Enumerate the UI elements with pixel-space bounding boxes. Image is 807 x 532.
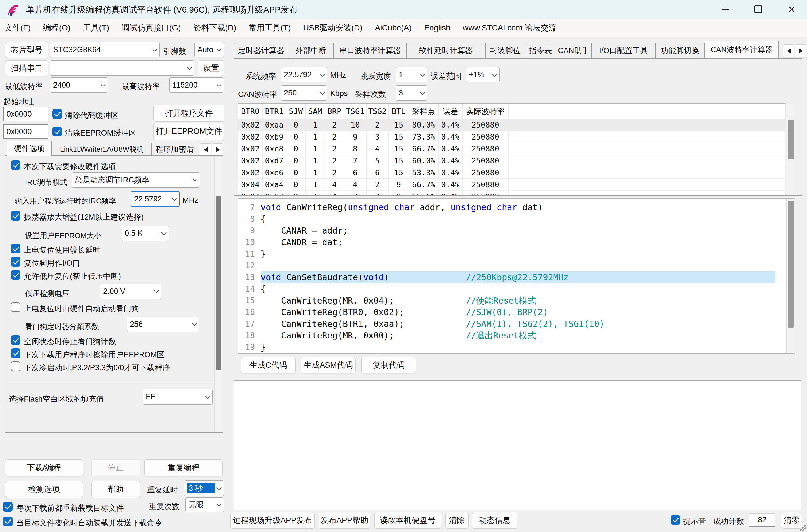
autoload-send-checkbox[interactable] bbox=[3, 517, 13, 526]
serial-port-select[interactable] bbox=[50, 60, 194, 76]
code-address-input[interactable]: 0x0000 bbox=[3, 107, 48, 121]
table-row[interactable]: 0x020xc8012841566.7%0.4%250880 bbox=[238, 143, 786, 155]
column-header[interactable]: TSG2 bbox=[366, 104, 388, 119]
chip-model-button[interactable]: 芯片型号 bbox=[5, 42, 48, 58]
table-row[interactable]: 0x040xb301433955.6%0.4%250880 bbox=[238, 191, 786, 195]
code-scrollbar[interactable] bbox=[786, 198, 795, 353]
column-header[interactable]: SJW bbox=[286, 104, 306, 119]
sjw-select[interactable]: 1 bbox=[396, 67, 427, 82]
check-options-button[interactable]: 检测选项 bbox=[5, 481, 83, 498]
tab-instruction-table[interactable]: 指令表 bbox=[525, 43, 556, 58]
beep-checkbox[interactable] bbox=[671, 515, 680, 525]
tab-package-pinout[interactable]: 封装脚位 bbox=[485, 43, 525, 58]
min-baud-select[interactable]: 2400 bbox=[50, 77, 108, 93]
tab-io-config-tool[interactable]: I/O口配置工具 bbox=[592, 43, 655, 58]
menu-file[interactable]: 文件(F) bbox=[4, 22, 31, 33]
osc-gain-checkbox[interactable] bbox=[11, 211, 20, 221]
chip-model-select[interactable]: STC32G8K64 bbox=[50, 42, 160, 57]
tab-hardware-options[interactable]: 硬件选项 bbox=[7, 141, 52, 156]
generate-c-code-button[interactable]: 生成C代码 bbox=[241, 357, 295, 374]
max-baud-select[interactable]: 115200 bbox=[169, 77, 224, 93]
clear-log-button[interactable]: 清除 bbox=[445, 512, 468, 529]
tab-can-assistant[interactable]: CAN助手 bbox=[556, 43, 592, 58]
scan-serial-button[interactable]: 扫描串口 bbox=[5, 60, 48, 76]
tab-scroll-left-button[interactable] bbox=[200, 143, 211, 156]
wdt-auto-start-checkbox[interactable] bbox=[11, 302, 20, 312]
clear-code-buffer-checkbox[interactable] bbox=[52, 109, 62, 119]
table-scrollbar[interactable] bbox=[786, 104, 795, 195]
lvr-checkbox[interactable] bbox=[11, 270, 20, 280]
menu-english[interactable]: English bbox=[424, 23, 450, 32]
resize-grip[interactable] bbox=[799, 524, 806, 531]
pin-count-select[interactable]: Auto bbox=[194, 42, 224, 57]
tab-can-baud-calculator[interactable]: CAN波特率计算器 bbox=[705, 41, 779, 58]
maximize-button[interactable] bbox=[749, 0, 767, 18]
column-header[interactable]: 采样点 bbox=[409, 104, 439, 119]
tab-program-encrypt[interactable]: 程序加密后 bbox=[152, 142, 199, 156]
table-row[interactable]: 0x020xb9012931573.3%0.4%250880 bbox=[238, 131, 786, 143]
sys-freq-input[interactable]: 22.5792 bbox=[281, 67, 327, 82]
code-viewer[interactable]: 67void CanWriteReg(unsigned char addr, u… bbox=[238, 198, 795, 354]
wdt-idle-stop-checkbox[interactable] bbox=[11, 335, 20, 345]
menu-aicube[interactable]: AiCube(A) bbox=[375, 23, 412, 32]
menu-debug-interface[interactable]: 调试仿真接口(G) bbox=[122, 22, 181, 33]
modify-hw-options-checkbox[interactable] bbox=[11, 160, 20, 170]
copy-code-button[interactable]: 复制代码 bbox=[362, 357, 416, 374]
reset-as-io-checkbox[interactable] bbox=[11, 257, 20, 267]
irc-freq-input[interactable]: 22.5792 bbox=[131, 191, 179, 207]
open-eeprom-file-button[interactable]: 打开EEPROM文件 bbox=[153, 123, 225, 140]
column-header[interactable]: SAM bbox=[306, 104, 325, 119]
table-row[interactable]: 0x020xe6012661553.3%0.4%250880 bbox=[238, 167, 786, 179]
minimize-button[interactable] bbox=[716, 0, 734, 18]
repeat-delay-select[interactable]: 3 秒 bbox=[184, 480, 224, 496]
table-row[interactable]: 0x040xa401442966.7%0.4%250880 bbox=[238, 179, 786, 191]
hardware-options-scrollbar[interactable] bbox=[214, 157, 222, 431]
column-header[interactable]: 误差 bbox=[439, 104, 462, 119]
por-delay-checkbox[interactable] bbox=[11, 244, 20, 253]
reload-target-checkbox[interactable] bbox=[3, 502, 13, 512]
tab-function-pin-switch[interactable]: 功能脚切换 bbox=[655, 43, 705, 58]
column-header[interactable]: BRP bbox=[325, 104, 344, 119]
flash-fill-select[interactable]: FF bbox=[143, 389, 213, 405]
wdt-divider-select[interactable]: 256 bbox=[127, 317, 199, 332]
menu-forum-link[interactable]: www.STCAI.com 论坛交流 bbox=[463, 22, 557, 33]
menu-usb-driver[interactable]: USB驱动安装(D) bbox=[303, 22, 362, 33]
clear-eeprom-buffer-checkbox[interactable] bbox=[52, 127, 62, 136]
menu-common-tools[interactable]: 常用工具(T) bbox=[249, 22, 291, 33]
column-header[interactable]: 实际波特率 bbox=[462, 104, 508, 119]
download-program-button[interactable]: 下载/编程 bbox=[5, 459, 83, 476]
dynamic-info-button[interactable]: 动态信息 bbox=[472, 512, 517, 529]
tab-uart-baud-calculator[interactable]: 串口波特率计算器 bbox=[333, 43, 406, 58]
erase-eeprom-next-checkbox[interactable] bbox=[11, 348, 20, 358]
remote-upgrade-publish-button[interactable]: 远程现场升级APP发布 bbox=[230, 512, 314, 529]
generate-asm-code-button[interactable]: 生成ASM代码 bbox=[301, 357, 356, 374]
open-program-file-button[interactable]: 打开程序文件 bbox=[153, 104, 225, 121]
error-range-select[interactable]: ±1% bbox=[466, 67, 500, 82]
can-baud-result-table[interactable]: BTR0BTR1SJWSAMBRPTSG1TSG2BTL采样点误差实际波特率0x… bbox=[238, 103, 786, 195]
menu-downloads[interactable]: 资料下载(D) bbox=[193, 22, 236, 33]
repeat-program-button[interactable]: 重复编程 bbox=[145, 459, 223, 476]
read-disk-id-button[interactable]: 读取本机硬盘号 bbox=[374, 512, 441, 529]
p32-p33-download-checkbox[interactable] bbox=[11, 361, 20, 371]
table-row[interactable]: 0x020xaa0121021580.0%0.4%250880 bbox=[238, 119, 786, 131]
tab-offline-writer[interactable]: Link1D/Writer1A/U8W脱机 bbox=[52, 142, 152, 156]
tab-software-delay-calculator[interactable]: 软件延时计算器 bbox=[406, 43, 485, 58]
tab-external-interrupt[interactable]: 外部中断 bbox=[288, 43, 333, 58]
eeprom-size-select[interactable]: 0.5 K bbox=[122, 226, 169, 241]
column-header[interactable]: BTL bbox=[388, 104, 409, 119]
right-tab-scroll-right-button[interactable] bbox=[795, 44, 806, 57]
output-log-panel[interactable] bbox=[234, 380, 801, 510]
menu-program[interactable]: 编程(O) bbox=[43, 22, 71, 33]
repeat-count-select[interactable]: 无限 bbox=[185, 497, 224, 512]
table-row[interactable]: 0x020xd7012751560.0%0.4%250880 bbox=[238, 155, 786, 167]
sample-count-select[interactable]: 3 bbox=[396, 85, 427, 101]
irc-mode-select[interactable]: 总是动态调节IRC频率 bbox=[72, 172, 200, 188]
lvd-select[interactable]: 2.00 V bbox=[100, 284, 161, 299]
stop-button[interactable]: 停止 bbox=[92, 459, 140, 476]
close-button[interactable] bbox=[783, 0, 801, 18]
column-header[interactable]: BTR0 bbox=[238, 104, 262, 119]
menu-tools[interactable]: 工具(T) bbox=[83, 22, 109, 33]
column-header[interactable]: TSG1 bbox=[344, 104, 366, 119]
eeprom-address-input[interactable]: 0x0000 bbox=[3, 125, 48, 139]
right-tab-scroll-left-button[interactable] bbox=[783, 44, 794, 57]
